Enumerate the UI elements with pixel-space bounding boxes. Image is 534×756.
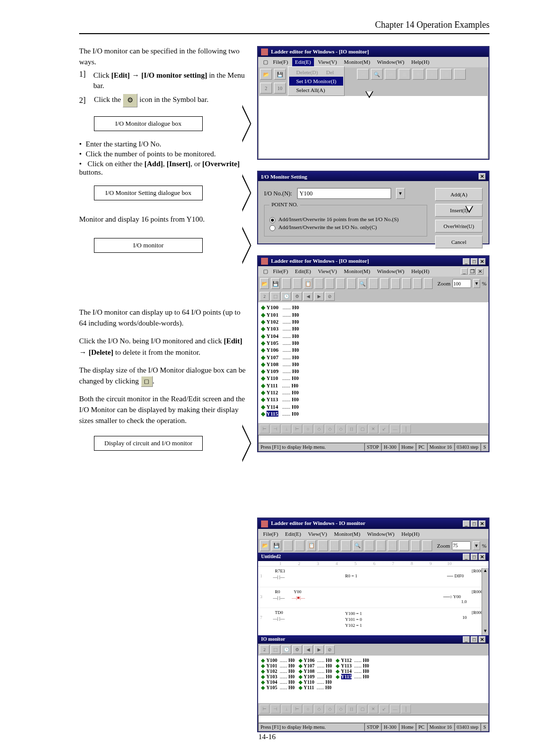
tb-find-icon[interactable]: 🔍 (358, 278, 367, 289)
cancel-button[interactable]: Cancel (435, 236, 483, 248)
tb-2-icon[interactable]: 2 (260, 645, 269, 654)
zoom-input[interactable] (452, 541, 471, 550)
tb-2-icon[interactable]: 2 (260, 83, 272, 94)
tb-open-icon[interactable]: 📂 (260, 540, 269, 551)
monitor-row[interactable]: ◆ Y105 ...... H0 (261, 339, 486, 346)
add-button[interactable]: Add(A) (435, 188, 483, 201)
tb-find-icon[interactable]: 🔍 (353, 540, 362, 551)
lad-btn[interactable]: ⊢ (260, 425, 269, 433)
tb-save-icon[interactable]: 💾 (271, 278, 280, 289)
monitor-row[interactable]: ◆ Y107 ...... H0 (261, 354, 486, 361)
io-min-icon[interactable]: _ (463, 636, 470, 643)
lad-btn[interactable]: [] (347, 425, 356, 433)
sub-min-icon[interactable]: _ (463, 554, 470, 560)
menu-file[interactable]: File(F) (260, 530, 281, 538)
tb-x-icon[interactable]: ↶ (336, 278, 345, 289)
lad-btn[interactable]: ◇ (314, 705, 324, 713)
tb-paste-icon[interactable]: 📋 (307, 540, 316, 551)
close-icon[interactable]: ✕ (479, 520, 486, 527)
tb-save-icon[interactable]: 💾 (271, 540, 281, 551)
lad-btn[interactable]: ○ (303, 705, 313, 713)
menu-monitor[interactable]: Monitor(M) (341, 58, 373, 66)
monitor-row[interactable]: ◆ Y111 ...... H0 (261, 382, 486, 389)
overwrite-button[interactable]: OverWrite(U) (435, 220, 483, 233)
radio-only[interactable] (269, 225, 275, 231)
lad-btn[interactable]: ✕ (368, 705, 378, 713)
tb-copy-icon[interactable]: ⧉ (293, 278, 302, 289)
monitor-row[interactable]: ◆ Y113 ...... H0 (261, 396, 486, 403)
lad-btn[interactable]: ⊢ (292, 705, 302, 713)
monitor-row[interactable]: ◆ Y100 ...... H0 (261, 304, 486, 311)
tb-cut-icon[interactable]: ✂ (283, 540, 293, 551)
max-icon[interactable]: □ (471, 520, 478, 527)
monitor-row[interactable]: ◆ Y110 ...... H0 (261, 375, 486, 381)
inner-min-icon[interactable]: _ (461, 268, 468, 275)
menu-edit[interactable]: Edit(E) (292, 267, 314, 276)
monitor-row[interactable]: ◆ Y102 ...... H0 (261, 318, 486, 325)
tb-cut-icon[interactable]: ✂ (357, 69, 369, 80)
menu-view[interactable]: View(V) (315, 58, 340, 66)
tb-gear-icon[interactable]: ⚙ (292, 292, 302, 301)
tb-next-icon[interactable]: ▶ (314, 292, 324, 301)
menu-window[interactable]: Window(W) (374, 267, 407, 276)
tb-findnext-icon[interactable]: ⇄ (385, 69, 397, 80)
sub-close-icon[interactable]: ✕ (479, 554, 486, 560)
zoom-dropdown-icon[interactable]: ▼ (473, 279, 480, 288)
tb-prev-icon[interactable]: ◀ (303, 645, 313, 654)
tb-find-icon[interactable]: 🔍 (371, 69, 383, 80)
menu-help[interactable]: Help(H) (408, 267, 433, 276)
zoom-input[interactable] (452, 279, 471, 288)
tb-help-icon[interactable]: ? (422, 540, 432, 551)
lad-btn[interactable]: ⊣ (270, 425, 280, 433)
tb-ins-icon[interactable]: │ (325, 278, 334, 289)
tb-del-icon[interactable]: ✕ (318, 540, 327, 551)
lad-btn[interactable]: [] (347, 705, 356, 713)
sub-max-icon[interactable]: □ (471, 554, 478, 560)
inner-max-icon[interactable]: ❐ (469, 268, 476, 275)
io-no-input[interactable] (297, 188, 391, 199)
tb-prev-icon[interactable]: ◀ (303, 292, 313, 301)
tb-findnext-icon[interactable]: ⇄ (364, 540, 374, 551)
lad-btn[interactable]: ⊢ (292, 425, 302, 433)
lad-btn[interactable]: ↙ (379, 705, 389, 713)
menu-delete[interactable]: Delete(D) Del (289, 68, 343, 77)
monitor-row[interactable]: ◆ Y109 ...... H0 (261, 368, 486, 375)
tb-2-icon[interactable]: 2 (260, 292, 269, 301)
tb-y-icon[interactable]: ↷ (347, 278, 356, 289)
monitor-row[interactable]: ◆ Y112 ...... H0 (261, 389, 486, 396)
tb-tree-icon[interactable]: ☰ (413, 278, 422, 289)
tb-preview-icon[interactable]: 👁 (412, 69, 424, 80)
menu-help[interactable]: Help(H) (408, 58, 433, 66)
inner-close-icon[interactable]: ✕ (477, 268, 484, 275)
monitor-row[interactable]: ◆ Y114 ...... H0 (261, 403, 486, 410)
tb-stop-icon[interactable]: ⊘ (325, 292, 335, 301)
tb-clock-icon[interactable]: 🕒 (281, 645, 291, 654)
menu-view[interactable]: View(V) (315, 267, 340, 276)
menu-edit[interactable]: Edit(E) (282, 530, 304, 538)
lad-btn[interactable]: ✕ (368, 425, 378, 433)
io-close-icon[interactable]: ✕ (479, 636, 486, 643)
tb-help-icon[interactable]: ? (424, 278, 433, 289)
tb-save-icon[interactable]: 💾 (274, 69, 286, 80)
combo-dropdown-icon[interactable]: ▼ (396, 188, 405, 199)
tb-next-icon[interactable]: ▶ (314, 645, 324, 654)
tb-del-icon[interactable]: ✕ (314, 278, 323, 289)
tb-x-icon[interactable]: ↶ (330, 540, 339, 551)
tb-copy-icon[interactable]: ⧉ (295, 540, 304, 551)
menu-view[interactable]: View(V) (305, 530, 330, 538)
tb-print-icon[interactable]: 🖶 (380, 278, 389, 289)
tb-gear-icon[interactable]: ⚙ (292, 645, 302, 654)
tb-stop-icon[interactable]: ⊘ (325, 645, 335, 654)
lad-btn[interactable]: — (390, 705, 400, 713)
menu-monitor[interactable]: Monitor(M) (341, 267, 373, 276)
monitor-row[interactable]: ◆ Y100 ...... H0 ◆ Y106 ...... H0 ◆ Y112… (261, 658, 486, 663)
monitor-row[interactable]: ◆ Y103 ...... H0 ◆ Y109 ...... H0 ◆ Y115… (261, 674, 486, 679)
tb-10-icon[interactable]: 10 (274, 83, 286, 94)
tb-10-icon[interactable]: ⬚ (270, 645, 280, 654)
tb-list-icon[interactable]: ≡ (402, 278, 411, 289)
lad-btn[interactable]: — (390, 425, 400, 433)
tb-y-icon[interactable]: ↷ (341, 540, 351, 551)
lad-btn[interactable]: ⊢ (260, 705, 269, 713)
menu-set-io[interactable]: Set I/O Monitor(I) (289, 77, 343, 86)
lad-btn[interactable]: ⊣ (270, 705, 280, 713)
